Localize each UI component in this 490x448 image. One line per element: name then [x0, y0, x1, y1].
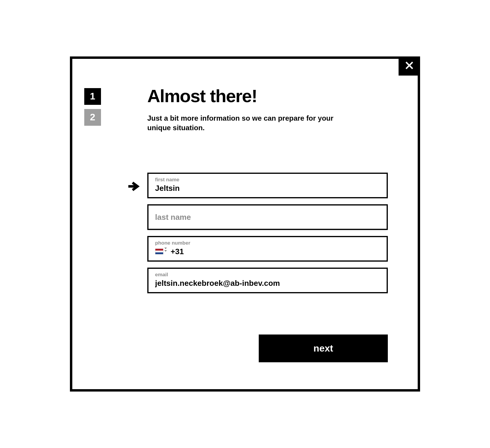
- phone-input[interactable]: [171, 246, 380, 257]
- flag-nl-icon: [155, 248, 163, 254]
- last-name-input[interactable]: [155, 205, 380, 229]
- email-field-wrap: email: [147, 268, 388, 293]
- email-label: email: [155, 272, 380, 278]
- close-icon: [405, 61, 414, 71]
- chevron-down-icon: ˇˇ: [165, 249, 166, 254]
- first-name-field-wrap: first name: [147, 173, 388, 198]
- close-button[interactable]: [399, 56, 420, 76]
- step-indicator: 1 2: [84, 88, 101, 363]
- phone-field-wrap: phone number ˇˇ: [147, 236, 388, 262]
- first-name-label: first name: [155, 177, 380, 183]
- contact-form: first name phone number ˇˇ: [147, 173, 388, 293]
- phone-label: phone number: [155, 240, 380, 246]
- last-name-field-wrap: [147, 204, 388, 230]
- step-1: 1: [84, 88, 101, 105]
- email-input[interactable]: [155, 278, 380, 289]
- page-title: Almost there!: [147, 86, 388, 106]
- country-select[interactable]: ˇˇ: [155, 248, 166, 254]
- modal: 1 2 Almost there! Just a bit more inform…: [70, 56, 420, 392]
- arrow-right-icon: [128, 180, 140, 192]
- step-2: 2: [84, 109, 101, 126]
- first-name-input[interactable]: [155, 183, 380, 194]
- next-button[interactable]: next: [259, 335, 388, 362]
- page-subtitle: Just a bit more information so we can pr…: [147, 113, 339, 133]
